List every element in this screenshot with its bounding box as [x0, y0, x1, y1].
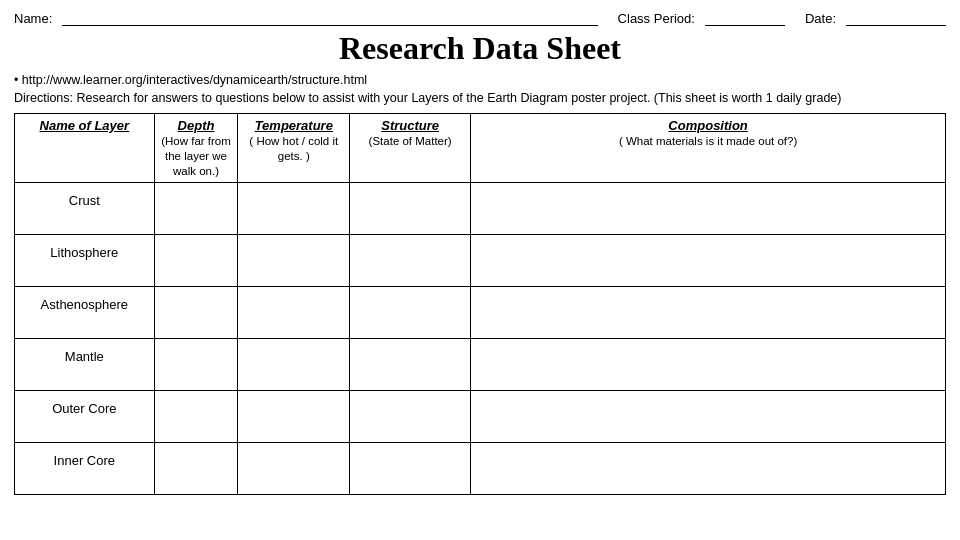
name-blank — [62, 10, 597, 26]
temperature-subtext: ( How hot / cold it gets. ) — [249, 135, 338, 162]
date-blank — [846, 10, 946, 26]
mantle-composition — [471, 339, 946, 391]
crust-depth — [154, 183, 238, 235]
inner-core-depth — [154, 443, 238, 495]
asthenosphere-composition — [471, 287, 946, 339]
header-temperature: Temperature ( How hot / cold it gets. ) — [238, 114, 350, 183]
inner-core-composition — [471, 443, 946, 495]
asthenosphere-depth — [154, 287, 238, 339]
class-period-blank — [705, 10, 785, 26]
url-line: • http://www.learner.org/interactives/dy… — [14, 73, 946, 87]
layer-outer-core: Outer Core — [15, 391, 155, 443]
inner-core-temperature — [238, 443, 350, 495]
asthenosphere-structure — [350, 287, 471, 339]
name-label: Name: — [14, 11, 52, 26]
layer-crust: Crust — [15, 183, 155, 235]
header-composition: Composition ( What materials is it made … — [471, 114, 946, 183]
outer-core-temperature — [238, 391, 350, 443]
outer-core-structure — [350, 391, 471, 443]
data-table: Name of Layer Depth (How far from the la… — [14, 113, 946, 495]
outer-core-depth — [154, 391, 238, 443]
depth-subtext: (How far from the layer we walk on.) — [161, 135, 231, 177]
layer-mantle: Mantle — [15, 339, 155, 391]
table-row: Asthenosphere — [15, 287, 946, 339]
class-period-label: Class Period: — [618, 11, 695, 26]
mantle-structure — [350, 339, 471, 391]
lithosphere-structure — [350, 235, 471, 287]
crust-structure — [350, 183, 471, 235]
mantle-depth — [154, 339, 238, 391]
lithosphere-depth — [154, 235, 238, 287]
table-row: Crust — [15, 183, 946, 235]
page-title: Research Data Sheet — [14, 30, 946, 67]
lithosphere-composition — [471, 235, 946, 287]
table-row: Outer Core — [15, 391, 946, 443]
directions-text: Directions: Research for answers to ques… — [14, 91, 946, 105]
date-label: Date: — [805, 11, 836, 26]
composition-subtext: ( What materials is it made out of?) — [619, 135, 797, 147]
lithosphere-temperature — [238, 235, 350, 287]
table-row: Inner Core — [15, 443, 946, 495]
header-depth: Depth (How far from the layer we walk on… — [154, 114, 238, 183]
crust-composition — [471, 183, 946, 235]
crust-temperature — [238, 183, 350, 235]
structure-subtext: (State of Matter) — [369, 135, 452, 147]
header-structure: Structure (State of Matter) — [350, 114, 471, 183]
header-name: Name of Layer — [15, 114, 155, 183]
layer-lithosphere: Lithosphere — [15, 235, 155, 287]
asthenosphere-temperature — [238, 287, 350, 339]
inner-core-structure — [350, 443, 471, 495]
table-row: Mantle — [15, 339, 946, 391]
table-row: Lithosphere — [15, 235, 946, 287]
mantle-temperature — [238, 339, 350, 391]
layer-inner-core: Inner Core — [15, 443, 155, 495]
outer-core-composition — [471, 391, 946, 443]
layer-asthenosphere: Asthenosphere — [15, 287, 155, 339]
